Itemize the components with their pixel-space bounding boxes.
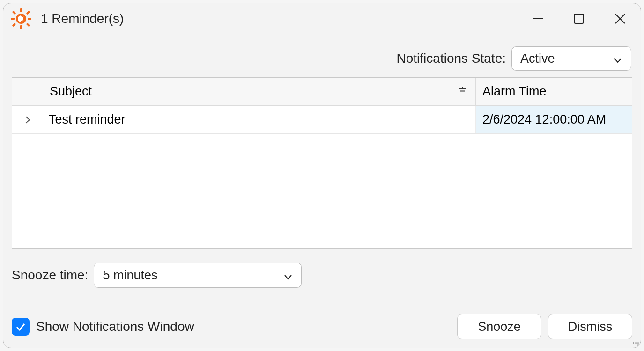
svg-rect-11: [574, 14, 584, 23]
reminders-window: 1 Reminder(s) Notifications State: Activ…: [3, 3, 641, 348]
snooze-button[interactable]: Snooze: [457, 314, 541, 339]
svg-rect-3: [11, 18, 15, 20]
svg-rect-4: [28, 18, 31, 20]
window-title: 1 Reminder(s): [41, 11, 124, 26]
show-notifications-label: Show Notifications Window: [36, 319, 194, 334]
snooze-time-row: Snooze time: 5 minutes: [3, 249, 641, 288]
footer: Show Notifications Window Snooze Dismiss: [12, 314, 632, 339]
close-button[interactable]: [600, 5, 641, 33]
chevron-down-icon: [613, 54, 622, 63]
snooze-time-label: Snooze time:: [12, 268, 88, 283]
svg-rect-6: [26, 23, 30, 27]
titlebar[interactable]: 1 Reminder(s): [3, 3, 641, 34]
snooze-time-select[interactable]: 5 minutes: [94, 263, 302, 288]
window-controls: [517, 3, 641, 34]
snooze-time-value: 5 minutes: [103, 268, 157, 283]
row-alarm-time: 2/6/2024 12:00:00 AM: [476, 106, 632, 133]
gear-icon: [11, 8, 31, 29]
sort-icon: [458, 84, 468, 99]
dismiss-button[interactable]: Dismiss: [548, 314, 632, 339]
grid-header: Subject Alarm Time: [12, 78, 632, 106]
svg-rect-5: [12, 11, 16, 15]
svg-rect-7: [26, 11, 30, 15]
notifications-state-label: Notifications State:: [397, 51, 506, 66]
svg-rect-8: [12, 23, 16, 27]
chevron-down-icon: [283, 271, 293, 280]
check-icon: [15, 321, 26, 332]
subject-column-header[interactable]: Subject: [43, 78, 476, 105]
notifications-state-value: Active: [520, 51, 555, 66]
row-expander[interactable]: [12, 106, 43, 133]
chevron-right-icon: [23, 116, 32, 124]
maximize-button[interactable]: [558, 5, 600, 33]
notifications-state-select[interactable]: Active: [511, 46, 631, 71]
toolbar: Notifications State: Active: [3, 34, 641, 77]
row-subject: Test reminder: [43, 106, 476, 133]
expander-column-header: [12, 78, 43, 105]
alarm-time-column-header[interactable]: Alarm Time: [476, 78, 632, 105]
reminders-grid: Subject Alarm Time: [12, 77, 632, 249]
resize-grip[interactable]: [632, 339, 639, 346]
table-row[interactable]: Test reminder 2/6/2024 12:00:00 AM: [12, 106, 632, 134]
show-notifications-checkbox[interactable]: [12, 318, 30, 336]
svg-rect-2: [20, 25, 22, 29]
minimize-button[interactable]: [517, 5, 558, 33]
svg-rect-1: [20, 8, 22, 12]
